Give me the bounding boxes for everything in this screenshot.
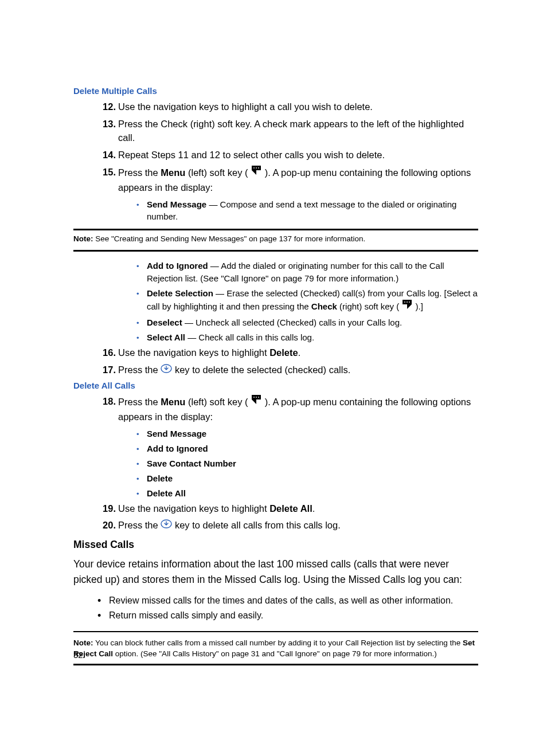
soft-key-right-icon (401, 299, 413, 314)
numbered-list: 18. Press the Menu (left) soft key ( ). … (102, 395, 478, 424)
soft-key-left-icon (251, 394, 262, 409)
step-text: Press the key to delete the selected (ch… (118, 363, 478, 378)
text: . (298, 347, 301, 358)
bullet-icon: • (136, 428, 147, 440)
step-text: Use the navigation keys to highlight a c… (118, 100, 478, 114)
bullet-list: • Add to Ignored — Add the dialed or ori… (136, 260, 478, 344)
step-text: Repeat Steps 11 and 12 to select other c… (118, 148, 478, 162)
text: key to delete all calls from this calls … (175, 520, 341, 530)
page: Delete Multiple Calls 12. Use the naviga… (0, 0, 547, 756)
delete-all-label: Delete All (269, 503, 312, 514)
svg-point-8 (256, 397, 257, 398)
note-separator-bottom (73, 664, 478, 665)
label: Send Message (147, 199, 206, 209)
svg-point-2 (258, 167, 259, 169)
bullet-delete-all: •Delete All (136, 487, 478, 500)
bullet-icon: • (97, 597, 109, 605)
numbered-list: 19. Use the navigation keys to highlight… (102, 502, 478, 534)
svg-point-1 (256, 167, 257, 169)
step-text: Use the navigation keys to highlight Del… (118, 502, 478, 516)
bullet-icon: • (136, 487, 147, 500)
text: (left) soft key ( (185, 167, 248, 178)
step-number: 13. (102, 117, 116, 145)
bullet-icon: • (97, 612, 109, 620)
label: Add to Ignored (147, 442, 478, 455)
label: Delete Selection (147, 288, 213, 298)
page-number: 32 (73, 650, 83, 660)
note-2: Note: You can block futher calls from a … (73, 638, 478, 659)
text: Review missed calls for the times and da… (109, 596, 453, 606)
step-19: 19. Use the navigation keys to highlight… (102, 502, 478, 516)
numbered-list: 12. Use the navigation keys to highlight… (102, 100, 478, 195)
menu-label: Menu (161, 167, 185, 178)
text: Return missed calls simply and easily. (109, 610, 263, 621)
bullet-icon: • (136, 316, 147, 329)
step-14: 14. Repeat Steps 11 and 12 to select oth… (102, 148, 478, 162)
step-number: 12. (102, 100, 116, 114)
step-text: Press the Menu (left) soft key ( ). A po… (118, 395, 478, 424)
svg-point-4 (407, 301, 408, 303)
bullet-add-to-ignored: •Add to Ignored (136, 442, 478, 455)
step-15: 15. Press the Menu (left) soft key ( ). … (102, 166, 478, 195)
text: — Check all calls in this calls log. (185, 332, 314, 342)
bullet-review-missed: •Review missed calls for the times and d… (97, 596, 478, 606)
bullet-select-all: • Select All — Check all calls in this c… (136, 331, 478, 344)
text: Press the (118, 365, 161, 375)
bullet-icon: • (136, 457, 147, 470)
text: . (312, 503, 315, 514)
paragraph-missed-calls: Your device retains information about th… (73, 557, 478, 587)
step-number: 20. (102, 519, 116, 533)
step-text: Press the Menu (left) soft key ( ). A po… (118, 166, 478, 195)
bullet-text: Add to Ignored — Add the dialed or origi… (147, 260, 478, 285)
label: Save Contact Number (147, 457, 478, 470)
bullet-deselect: • Deselect — Uncheck all selected (Check… (136, 316, 478, 329)
bullet-list: •Review missed calls for the times and d… (97, 596, 478, 621)
svg-point-0 (253, 167, 255, 169)
bullet-list: • Send Message — Compose and send a text… (136, 198, 478, 224)
step-20: 20. Press the key to delete all calls fr… (102, 519, 478, 533)
step-number: 16. (102, 346, 116, 360)
step-text: Press the Check (right) soft key. A chec… (118, 117, 478, 145)
text: key to delete the selected (checked) cal… (175, 365, 350, 375)
check-label: Check (311, 301, 337, 311)
step-16: 16. Use the navigation keys to highlight… (102, 346, 478, 360)
bullet-add-to-ignored: • Add to Ignored — Add the dialed or ori… (136, 260, 478, 285)
text: Use the navigation keys to highlight (118, 503, 269, 514)
note-separator-top (73, 229, 478, 230)
note-text: See "Creating and Sending New Messages" … (93, 234, 366, 243)
text: (left) soft key ( (185, 397, 248, 407)
bullet-icon: • (136, 198, 147, 211)
center-key-icon (161, 519, 172, 532)
bullet-list: •Send Message •Add to Ignored •Save Cont… (136, 428, 478, 499)
bullet-icon: • (136, 472, 147, 485)
step-13: 13. Press the Check (right) soft key. A … (102, 117, 478, 145)
text: ).] (416, 301, 423, 311)
label: Send Message (147, 428, 478, 440)
bullet-icon: • (136, 442, 147, 455)
svg-point-5 (409, 301, 411, 303)
note-separator-top (73, 631, 478, 632)
text: Use the navigation keys to highlight (118, 347, 269, 358)
text: Press the (118, 397, 161, 407)
svg-point-7 (253, 397, 255, 398)
center-key-icon (161, 363, 172, 377)
step-text: Use the navigation keys to highlight Del… (118, 346, 478, 360)
bullet-text: Delete Selection — Erase the selected (C… (147, 287, 478, 315)
text: Press the (118, 167, 161, 178)
bullet-text: Select All — Check all calls in this cal… (147, 331, 478, 344)
label: Add to Ignored (147, 261, 208, 271)
bullet-text: Send Message — Compose and send a text m… (147, 198, 478, 224)
text: (right) soft key ( (337, 301, 399, 311)
svg-point-9 (258, 397, 259, 398)
step-text: Press the key to delete all calls from t… (118, 519, 478, 533)
step-number: 18. (102, 395, 116, 424)
label: Delete All (147, 487, 478, 500)
step-number: 19. (102, 502, 116, 516)
bullet-icon: • (136, 331, 147, 344)
step-number: 17. (102, 363, 116, 378)
step-12: 12. Use the navigation keys to highlight… (102, 100, 478, 114)
note-separator-bottom (73, 250, 478, 252)
bullet-delete: •Delete (136, 472, 478, 485)
heading-delete-all-calls: Delete All Calls (73, 381, 478, 390)
text: option. (See "All Calls History" on page… (113, 649, 437, 658)
